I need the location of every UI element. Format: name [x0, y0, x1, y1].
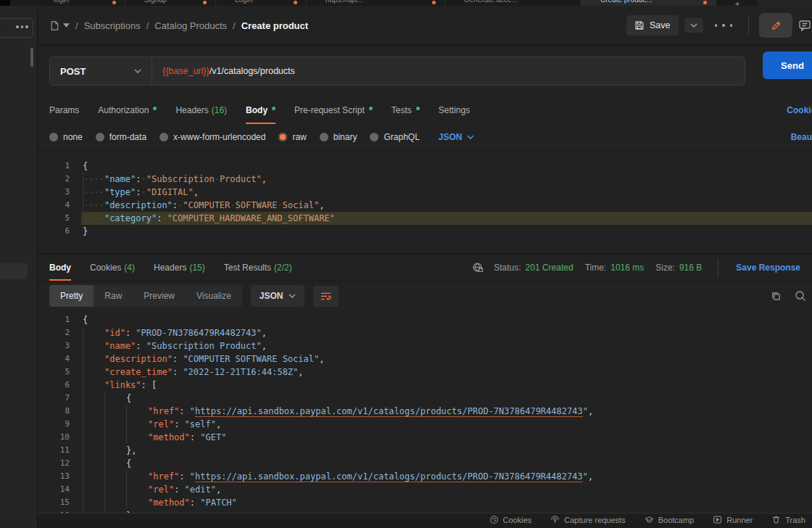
- response-language-dropdown[interactable]: JSON: [251, 285, 304, 307]
- view-tab-pretty[interactable]: Pretty: [49, 285, 94, 307]
- body-mode-label: form-data: [109, 132, 146, 142]
- footer-cookies[interactable]: Cookies: [489, 515, 532, 524]
- send-button[interactable]: Send: [763, 51, 812, 79]
- response-tab-body[interactable]: Body: [49, 255, 71, 281]
- window-tab-signup[interactable]: Signup: [125, 0, 216, 6]
- request-tabs: ParamsAuthorizationHeaders(16)BodyPre-re…: [49, 96, 470, 124]
- window-tab-create-produc[interactable]: Create produc...: [581, 0, 716, 6]
- body-mode-none[interactable]: none: [49, 132, 83, 142]
- breadcrumb-separator: /: [75, 20, 78, 31]
- time-value[interactable]: 1016 ms: [610, 263, 644, 273]
- breadcrumb-collection[interactable]: Subscriptions: [84, 20, 141, 31]
- code-line: 1{: [38, 160, 812, 173]
- response-url-link[interactable]: https://api.sandbox.paypal.com/v1/catalo…: [195, 406, 583, 417]
- request-tab-headers[interactable]: Headers(16): [175, 96, 227, 124]
- unsaved-changes-dot: [112, 1, 116, 4]
- request-body-editor[interactable]: 1{2····"name":·"Subscription·Product",3·…: [38, 160, 812, 238]
- sidebar-search-box[interactable]: [0, 18, 33, 38]
- beautify-link[interactable]: Beautify: [791, 124, 812, 150]
- sidebar-scrollbar[interactable]: [30, 48, 33, 67]
- response-url-link[interactable]: https://api.sandbox.paypal.com/v1/catalo…: [195, 471, 583, 482]
- window-tab-login[interactable]: login: [35, 0, 125, 6]
- save-icon: [634, 20, 645, 30]
- postman-window: { "window": { "tabs": [ {"label": "login…: [0, 0, 812, 528]
- breadcrumb-request-title[interactable]: Create product: [241, 20, 308, 31]
- body-mode-binary[interactable]: binary: [320, 132, 357, 142]
- window-tab-generate-acce[interactable]: Generate acce...: [445, 0, 581, 6]
- body-mode-x-www-form-urlencoded[interactable]: x-www-form-urlencoded: [160, 132, 265, 142]
- more-actions-button[interactable]: [709, 20, 739, 31]
- line-number: 1: [38, 313, 81, 326]
- code-text: ····"category":·"COMPUTER_HARDWARE_AND_S…: [81, 212, 812, 225]
- window-tab-login[interactable]: Login: [216, 0, 307, 6]
- indent-guide: [104, 431, 126, 444]
- comments-button[interactable]: [798, 19, 811, 32]
- network-globe-lock-icon[interactable]: [472, 262, 484, 273]
- request-language-label: JSON: [439, 132, 463, 142]
- request-tab-authorization[interactable]: Authorization: [98, 96, 157, 124]
- request-tab-settings[interactable]: Settings: [439, 96, 470, 124]
- request-tab-tests[interactable]: Tests: [392, 96, 420, 124]
- indent-guide: [83, 379, 104, 392]
- indent-guide: [83, 431, 104, 444]
- body-mode-graphql[interactable]: GraphQL: [370, 132, 419, 142]
- footer-trash[interactable]: Trash: [771, 515, 805, 524]
- url-input[interactable]: {{base_url}}/v1/catalogs/products: [162, 66, 295, 76]
- body-mode-label: none: [63, 132, 83, 142]
- cookies-link[interactable]: Cookies: [787, 96, 812, 124]
- indent-guide: [104, 470, 126, 483]
- request-tab-params[interactable]: Params: [49, 96, 79, 124]
- response-tab-headers[interactable]: Headers(15): [154, 255, 205, 281]
- documentation-edit-button[interactable]: [759, 13, 792, 38]
- request-language-dropdown[interactable]: JSON: [439, 132, 474, 142]
- view-tab-visualize[interactable]: Visualize: [186, 285, 242, 307]
- whitespace-dot: ·: [162, 213, 167, 223]
- collection-file-icon[interactable]: [49, 20, 60, 31]
- save-options-caret-button[interactable]: [684, 18, 703, 33]
- sidebar-more-options-button[interactable]: [16, 25, 28, 28]
- indent-guide: [104, 418, 126, 431]
- breadcrumb-folder[interactable]: Catalog Products: [154, 20, 227, 31]
- method-selector[interactable]: POST: [50, 57, 152, 85]
- collection-caret-icon[interactable]: [63, 23, 70, 28]
- save-button[interactable]: Save: [626, 15, 679, 36]
- footer-runner[interactable]: Runner: [713, 515, 753, 524]
- body-mode-raw[interactable]: raw: [278, 132, 306, 142]
- method-label: POST: [60, 66, 86, 77]
- request-header-row: / Subscriptions / Catalog Products / Cre…: [38, 6, 812, 46]
- response-tab-cookies[interactable]: Cookies(4): [90, 255, 135, 281]
- code-line: 12{: [38, 457, 812, 470]
- search-response-icon[interactable]: [795, 290, 806, 302]
- copy-response-icon[interactable]: [771, 291, 782, 302]
- footer-capture-requests[interactable]: Capture requests: [550, 515, 625, 524]
- section-spacer: [38, 238, 812, 254]
- code-text: ····"name":·"Subscription·Product",: [81, 173, 812, 186]
- footer-bootcamp[interactable]: Bootcamp: [645, 515, 695, 524]
- new-tab-button[interactable]: +: [716, 0, 759, 6]
- size-value[interactable]: 916 B: [679, 263, 702, 273]
- window-tab-https-api[interactable]: https://api...: [307, 0, 445, 6]
- indent-guide: [126, 418, 148, 431]
- request-tab-body[interactable]: Body: [246, 96, 276, 124]
- whitespace-dot: ·: [215, 174, 220, 184]
- response-tab-test-results[interactable]: Test Results(2/2): [224, 255, 292, 281]
- view-tab-raw[interactable]: Raw: [94, 285, 133, 307]
- code-line: 3····"type":·"DIGITAL",: [38, 186, 812, 199]
- code-line: 6"links": [: [38, 379, 812, 392]
- response-body-viewer[interactable]: 1{2"id": "PROD-7N3786479R4482743",3"name…: [38, 313, 812, 522]
- save-response-button[interactable]: Save Response: [736, 263, 800, 273]
- request-tab-pre-request-script[interactable]: Pre-request Script: [294, 96, 373, 124]
- status-value[interactable]: 201 Created: [526, 263, 573, 273]
- tab-status-dot: [369, 107, 373, 110]
- code-text: "links": [: [81, 379, 812, 392]
- wrap-text-button[interactable]: [313, 286, 339, 307]
- body-mode-form-data[interactable]: form-data: [96, 132, 146, 142]
- url-row: POST {{base_url}}/v1/catalogs/products S…: [38, 46, 812, 96]
- code-line: 7{: [38, 392, 812, 405]
- code-line: 5····"category":·"COMPUTER_HARDWARE_AND_…: [38, 212, 812, 225]
- indent-guide: [83, 483, 104, 496]
- body-mode-label: binary: [334, 132, 357, 142]
- view-tab-preview[interactable]: Preview: [133, 285, 186, 307]
- response-view-tabs: PrettyRawPreviewVisualize: [49, 285, 242, 307]
- body-mode-label: raw: [292, 132, 306, 142]
